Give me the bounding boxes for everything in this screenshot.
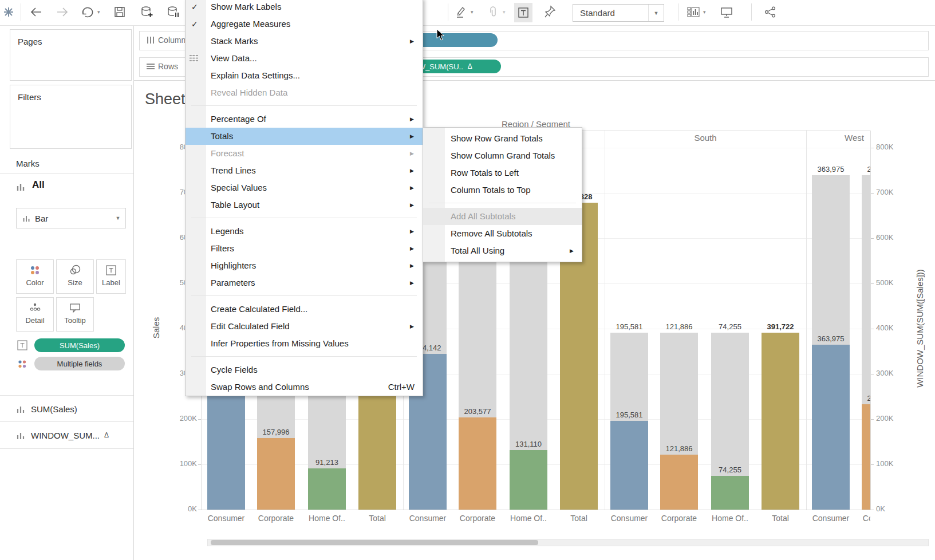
sales-bar-south-corporate[interactable] (660, 455, 698, 510)
menu-item-forecast[interactable]: Forecast▶ (186, 145, 423, 162)
y-axis-tick-label-right: 800K (876, 143, 909, 151)
menu-item-highlighters[interactable]: Highlighters▶ (186, 257, 423, 274)
sales-bar-south-home-office[interactable] (711, 476, 749, 510)
submenu-arrow-icon: ▶ (410, 128, 414, 145)
y-axis-line-right (870, 131, 871, 510)
sales-bar-east-corporate[interactable] (459, 417, 496, 510)
bar-label: 91,213 (301, 458, 353, 467)
x-axis-label: Corporate (452, 514, 503, 523)
region-header-south: South (671, 133, 740, 143)
menu-item-cycle-fields[interactable]: Cycle Fields (186, 361, 423, 378)
menu-item-label: View Data... (211, 50, 257, 67)
menu-item-label: Add All Subtotals (451, 208, 515, 225)
bar-label: 121,886 (653, 444, 705, 453)
horizontal-scrollbar-thumb[interactable] (211, 540, 538, 545)
menu-item-table-layout[interactable]: Table Layout▶ (186, 196, 423, 214)
menu-item-filters[interactable]: Filters▶ (186, 240, 423, 257)
y-axis-title-right: WINDOW_SUM(SUM([Sales])) (915, 243, 925, 415)
menu-item-label: Stack Marks (211, 33, 258, 50)
menu-separator (191, 356, 417, 357)
bar-label: 363,975 (804, 165, 857, 173)
menu-item-explain-data-settings[interactable]: Explain Data Settings... (186, 67, 423, 84)
x-axis-label: Corporate (855, 514, 870, 523)
menu-item-parameters[interactable]: Parameters▶ (186, 274, 423, 291)
menu-item-label: Trend Lines (211, 162, 256, 179)
bar-label: 195,581 (603, 322, 656, 331)
totals-submenu: Show Row Grand TotalsShow Column Grand T… (423, 127, 582, 262)
x-axis-label: Home Of.. (704, 514, 756, 523)
menu-item-label: Filters (211, 240, 234, 257)
menu-item-label: Remove All Subtotals (451, 225, 532, 242)
x-axis-label: Total (755, 514, 806, 523)
menu-item-legends[interactable]: Legends▶ (186, 223, 423, 240)
menu-item-total-all-using[interactable]: Total All Using▶ (423, 242, 582, 259)
menu-item-special-values[interactable]: Special Values▶ (186, 179, 423, 196)
bar-label: 232,291 (854, 394, 870, 403)
submenu-arrow-icon: ▶ (410, 145, 414, 162)
y-axis-tick-label-right: 100K (876, 459, 909, 468)
menu-item-label: Total All Using (451, 242, 504, 259)
menu-item-label: Edit Calculated Field (211, 318, 290, 335)
submenu-arrow-icon: ▶ (410, 111, 414, 128)
bar-label: 74,255 (704, 322, 756, 331)
menu-item-view-data[interactable]: View Data... (186, 50, 423, 67)
menu-item-label: Row Totals to Left (451, 164, 519, 182)
sales-bar-east-home-office[interactable] (510, 450, 547, 510)
sales-bar-south-total[interactable] (762, 333, 799, 510)
menu-item-show-row-grand-totals[interactable]: Show Row Grand Totals (423, 130, 582, 147)
submenu-arrow-icon: ▶ (410, 257, 414, 274)
menu-item-percentage-of[interactable]: Percentage Of▶ (186, 111, 423, 128)
menu-item-label: Percentage Of (211, 111, 266, 128)
y-axis-tick-label-right: 600K (876, 233, 909, 242)
menu-item-label: Highlighters (211, 257, 256, 274)
submenu-arrow-icon: ▶ (410, 33, 414, 50)
menu-item-label: Show Mark Labels (211, 0, 281, 15)
pane-divider (605, 131, 605, 510)
menu-item-label: Aggregate Measures (211, 15, 290, 33)
menu-shortcut: Ctrl+W (388, 378, 415, 396)
sales-bar-west-corporate[interactable] (862, 404, 870, 510)
bar-label: 131,110 (502, 440, 555, 448)
menu-item-aggregate-measures[interactable]: ✓Aggregate Measures (186, 15, 423, 33)
sales-bar-west-consumer[interactable] (812, 345, 850, 510)
sales-bar-central-corporate[interactable] (257, 438, 295, 510)
bar-label: 363,975 (804, 334, 857, 343)
menu-item-add-all-subtotals[interactable]: Add All Subtotals (423, 208, 582, 225)
menu-item-create-calculated-field[interactable]: Create Calculated Field... (186, 301, 423, 318)
menu-item-column-totals-to-top[interactable]: Column Totals to Top (423, 182, 582, 199)
menu-item-totals[interactable]: Totals▶ (186, 128, 423, 145)
sales-bar-central-home-office[interactable] (308, 468, 346, 510)
menu-item-trend-lines[interactable]: Trend Lines▶ (186, 162, 423, 179)
sales-bar-central-consumer[interactable] (207, 396, 245, 510)
menu-item-edit-calculated-field[interactable]: Edit Calculated Field▶ (186, 318, 423, 335)
checkmark-icon: ✓ (191, 15, 198, 33)
menu-item-show-mark-labels[interactable]: ✓Show Mark Labels (186, 0, 423, 15)
y-axis-tick-label-right: 400K (876, 324, 909, 332)
sales-bar-south-consumer[interactable] (610, 421, 648, 510)
menu-item-label: Explain Data Settings... (211, 67, 300, 84)
menu-item-label: Forecast (211, 145, 244, 162)
x-axis-label: Consumer (603, 514, 655, 523)
menu-item-remove-all-subtotals[interactable]: Remove All Subtotals (423, 225, 582, 242)
menu-separator (429, 203, 576, 203)
x-axis-label: Total (553, 514, 605, 523)
y-axis-tick-label-right: 300K (876, 369, 909, 377)
y-axis-title-left: Sales (151, 305, 161, 351)
menu-item-label: Special Values (211, 179, 267, 196)
x-axis-line (202, 510, 870, 510)
menu-separator (191, 295, 417, 296)
menu-item-row-totals-to-left[interactable]: Row Totals to Left (423, 164, 582, 182)
submenu-arrow-icon: ▶ (410, 274, 414, 291)
menu-item-infer-properties-from-missing-values[interactable]: Infer Properties from Missing Values (186, 335, 423, 352)
bar-label: 203,577 (451, 407, 504, 416)
mouse-cursor (436, 29, 445, 44)
menu-item-stack-marks[interactable]: Stack Marks▶ (186, 33, 423, 50)
tableau-window: ▾ ▾ ▾ Standard ▼ ▾ (0, 0, 935, 560)
menu-separator (191, 105, 417, 106)
bar-label: 74,255 (704, 466, 756, 474)
y-axis-tick-label: 100K (164, 459, 197, 468)
menu-item-reveal-hidden-data[interactable]: Reveal Hidden Data (186, 84, 423, 101)
menu-item-show-column-grand-totals[interactable]: Show Column Grand Totals (423, 147, 582, 164)
menu-item-swap-rows-and-columns[interactable]: Swap Rows and ColumnsCtrl+W (186, 378, 423, 396)
menu-item-label: Totals (211, 128, 233, 145)
